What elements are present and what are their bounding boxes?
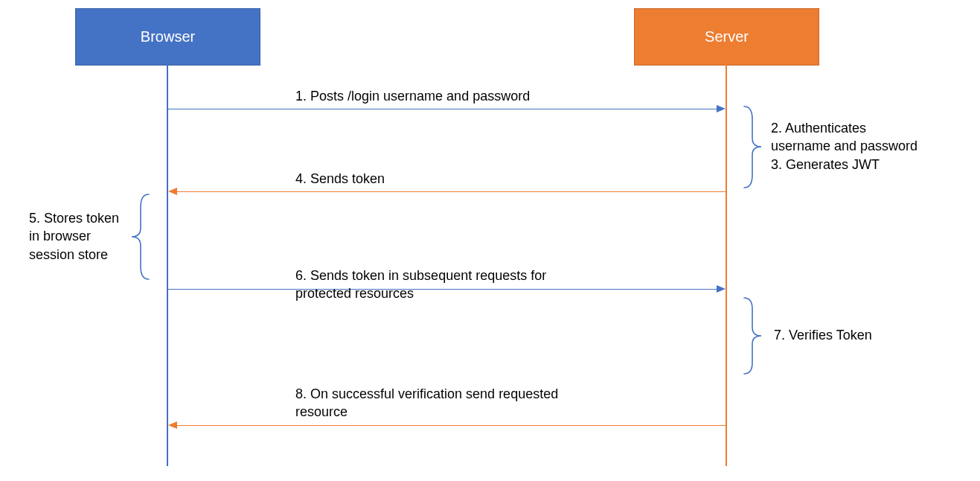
arrow-4 <box>177 191 726 192</box>
participant-browser: Browser <box>75 8 260 66</box>
note-store-token: 5. Stores token in browser session store <box>29 209 119 264</box>
arrow-8-head <box>168 421 177 429</box>
label-8: 8. On successful verification send reque… <box>295 385 558 421</box>
participant-server: Server <box>634 8 819 66</box>
arrow-1 <box>168 109 717 109</box>
brace-browser-store <box>129 192 151 281</box>
arrow-6-head <box>717 285 726 293</box>
arrow-1-head <box>717 105 726 112</box>
sequence-diagram: Browser Server 1. Posts /login username … <box>0 0 980 481</box>
arrow-8 <box>177 425 726 426</box>
brace-server-auth <box>742 104 764 190</box>
label-1: 1. Posts /login username and password <box>295 87 530 105</box>
brace-server-verify <box>742 296 764 376</box>
label-6: 6. Sends token in subsequent requests fo… <box>295 267 546 303</box>
lifeline-server <box>726 64 727 466</box>
arrow-4-head <box>168 188 177 195</box>
participant-browser-label: Browser <box>141 28 195 45</box>
note-verify-token: 7. Verifies Token <box>774 326 872 344</box>
lifeline-browser <box>167 64 168 466</box>
participant-server-label: Server <box>705 28 749 45</box>
label-4: 4. Sends token <box>295 170 385 188</box>
note-auth-generate: 2. Authenticates username and password 3… <box>771 119 917 173</box>
